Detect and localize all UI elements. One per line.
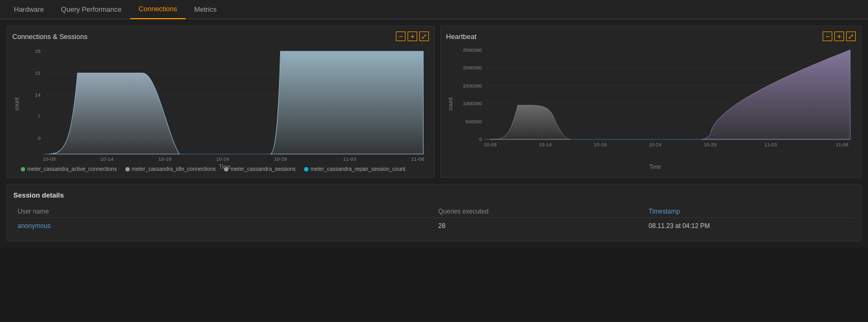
svg-text:10-09: 10-09 <box>43 155 55 161</box>
heartbeat-chart-body: 2500000 2000000 1500000 1000000 500000 0… <box>455 45 856 163</box>
heartbeat-title: Heartbeat <box>446 33 476 41</box>
tab-metrics[interactable]: Metrics <box>186 0 225 19</box>
svg-text:10-19: 10-19 <box>594 142 607 147</box>
svg-text:2000000: 2000000 <box>463 65 482 70</box>
svg-text:2500000: 2500000 <box>463 47 482 52</box>
connections-sessions-controls: − + ⤢ <box>396 32 429 41</box>
connections-sessions-panel: Connections & Sessions − + ⤢ count <box>6 26 435 178</box>
svg-text:10-14: 10-14 <box>100 155 114 161</box>
svg-text:1500000: 1500000 <box>463 83 482 89</box>
tab-hardware[interactable]: Hardware <box>5 0 52 19</box>
tab-query-performance[interactable]: Query Performance <box>52 0 130 19</box>
session-table: User name Queries executed Timestamp ano… <box>13 206 855 234</box>
connections-sessions-header: Connections & Sessions − + ⤢ <box>12 32 429 41</box>
connections-chart-area: count 28 21 1 <box>12 45 429 163</box>
charts-row: Connections & Sessions − + ⤢ count <box>6 26 862 178</box>
tab-bar: Hardware Query Performance Connections M… <box>0 0 868 19</box>
connections-x-axis-title: Time <box>12 164 429 170</box>
svg-text:11-03: 11-03 <box>764 142 777 147</box>
session-table-header-row: User name Queries executed Timestamp <box>13 206 855 218</box>
heartbeat-expand-btn[interactable]: + <box>834 32 844 41</box>
heartbeat-fullscreen-btn[interactable]: ⤢ <box>846 32 856 41</box>
tab-connections[interactable]: Connections <box>130 0 186 19</box>
heartbeat-header: Heartbeat − + ⤢ <box>446 32 856 41</box>
col-username: User name <box>13 206 434 218</box>
cell-queries: 28 <box>434 218 644 234</box>
session-details-panel: Session details User name Queries execut… <box>6 184 862 241</box>
connections-expand-btn[interactable]: + <box>408 32 417 41</box>
svg-text:11-08: 11-08 <box>835 142 848 147</box>
svg-text:14: 14 <box>35 92 41 98</box>
heartbeat-panel: Heartbeat − + ⤢ count <box>440 26 862 178</box>
connections-sessions-title: Connections & Sessions <box>12 33 87 41</box>
connections-fullscreen-btn[interactable]: ⤢ <box>419 32 429 41</box>
svg-text:0: 0 <box>479 137 482 142</box>
heartbeat-controls: − + ⤢ <box>823 32 856 41</box>
svg-text:10-19: 10-19 <box>158 155 171 161</box>
main-content: Connections & Sessions − + ⤢ count <box>0 19 868 248</box>
heartbeat-chart-inner: count 2500000 2000000 <box>446 45 856 163</box>
svg-text:21: 21 <box>35 70 41 76</box>
col-timestamp: Timestamp <box>644 206 855 218</box>
connections-svg: 28 21 14 7 0 10-09 10-14 10-19 10-24 10-… <box>21 45 429 163</box>
svg-text:10-09: 10-09 <box>484 142 497 147</box>
svg-text:28: 28 <box>35 48 41 54</box>
cell-timestamp: 08.11.23 at 04:12 PM <box>644 218 855 234</box>
heartbeat-y-axis-label: count <box>446 45 455 163</box>
col-queries: Queries executed <box>434 206 644 218</box>
connections-minimize-btn[interactable]: − <box>396 32 405 41</box>
svg-text:7: 7 <box>38 113 41 119</box>
svg-text:11-08: 11-08 <box>411 155 424 161</box>
svg-text:500000: 500000 <box>466 119 482 124</box>
svg-text:10-24: 10-24 <box>649 142 662 147</box>
session-details-title: Session details <box>13 191 855 199</box>
svg-text:10-24: 10-24 <box>216 155 229 161</box>
svg-text:11-03: 11-03 <box>343 155 356 161</box>
svg-text:10-29: 10-29 <box>704 142 716 147</box>
heartbeat-svg: 2500000 2000000 1500000 1000000 500000 0… <box>455 45 856 163</box>
heartbeat-minimize-btn[interactable]: − <box>823 32 832 41</box>
connections-y-axis-label: count <box>12 45 21 163</box>
svg-text:1000000: 1000000 <box>463 101 482 106</box>
cell-username: anonymous <box>13 218 434 234</box>
heartbeat-chart-area: count 2500000 2000000 <box>446 45 856 163</box>
table-row: anonymous 28 08.11.23 at 04:12 PM <box>13 218 855 234</box>
connections-chart-inner: count 28 21 1 <box>12 45 429 163</box>
svg-text:10-14: 10-14 <box>539 142 552 147</box>
heartbeat-x-axis-title: Time <box>446 164 856 170</box>
svg-text:0: 0 <box>38 135 41 141</box>
svg-text:10-29: 10-29 <box>274 155 286 161</box>
connections-chart-body: 28 21 14 7 0 10-09 10-14 10-19 10-24 10-… <box>21 45 429 163</box>
